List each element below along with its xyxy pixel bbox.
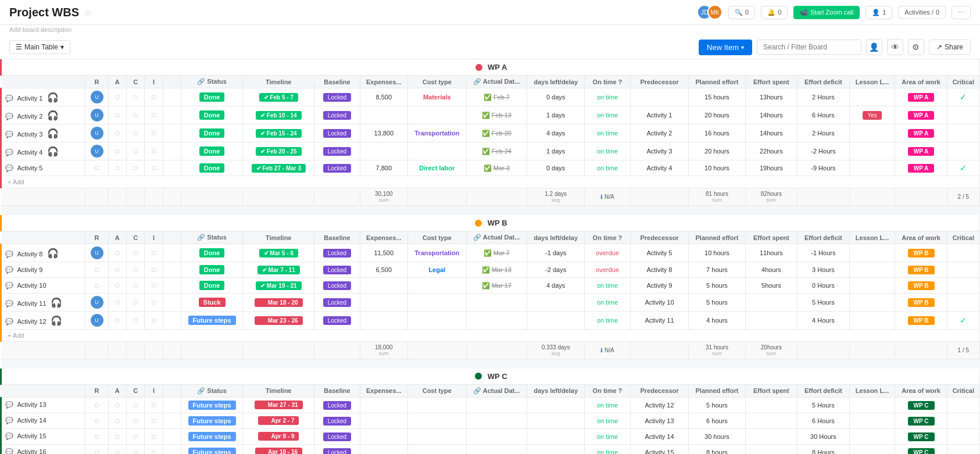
area-cell: WP A xyxy=(895,142,947,160)
star-icon[interactable]: ☆ xyxy=(84,7,92,18)
activities-btn[interactable]: Activities / 0 xyxy=(898,6,946,19)
spent-cell: 5hours xyxy=(745,278,797,294)
person-filter-btn[interactable]: 👤 xyxy=(866,39,882,55)
header-right: JD MK 🔍 0 🔔 0 📹 Start Zoom call 👤 1 Acti… xyxy=(697,5,971,20)
status-cell[interactable]: Future steps xyxy=(181,413,242,428)
timeline-cell[interactable]: ❗ Mar 27 - 31 xyxy=(243,397,314,413)
eye-btn[interactable]: 👁 xyxy=(887,39,903,55)
cost-type-cell xyxy=(407,294,466,312)
status-cell[interactable]: Stuck xyxy=(181,294,242,312)
expenses-cell: 7,800 xyxy=(360,160,407,176)
timeline-cell[interactable]: ✔ Feb 20 - 25 xyxy=(243,142,314,160)
filter-btn[interactable]: ⚙ xyxy=(908,39,924,55)
status-cell[interactable]: Done xyxy=(181,262,242,278)
actual-date-cell xyxy=(466,444,527,454)
avatar: U xyxy=(91,246,103,259)
timeline-cell[interactable]: ✔ Feb 15 - 24 xyxy=(243,124,314,142)
timeline-cell[interactable]: ❗ Mar 23 - 26 xyxy=(243,312,314,330)
c-cell: ○ xyxy=(126,444,144,454)
status-cell[interactable]: Done xyxy=(181,278,242,294)
c-cell: ○ xyxy=(126,294,144,312)
a-cell: ○ xyxy=(108,88,126,106)
headphone-icon: 🎧 xyxy=(47,128,59,138)
timeline-cell[interactable]: ✔ Mar 19 - 21 xyxy=(243,278,314,294)
cost-type-cell: Transportation xyxy=(407,124,466,142)
timeline-cell[interactable]: ✔ Feb 5 - 7 xyxy=(243,88,314,106)
table-row: 💬 Activity 8 🎧 U ○ ○ ○ Done ✔ Mar 5 - 6 … xyxy=(1,244,980,262)
status-cell[interactable]: Future steps xyxy=(181,444,242,454)
col-c: C xyxy=(126,76,144,88)
status-cell[interactable]: Done xyxy=(181,142,242,160)
chat-icon[interactable]: 💬 xyxy=(5,417,13,424)
planned-cell: 10 hours xyxy=(689,160,745,176)
add-row[interactable]: + Add xyxy=(1,176,980,188)
days-left-cell xyxy=(527,444,584,454)
timeline-cell[interactable]: ✔ Feb 27 - Mar 3 xyxy=(243,160,314,176)
timeline-cell[interactable]: ✔ Mar 7 - 11 xyxy=(243,262,314,278)
chat-icon[interactable]: 💬 xyxy=(5,448,13,454)
summary-expenses: 30,100 sum xyxy=(360,188,407,206)
col-predecessor: Predecessor xyxy=(630,231,689,244)
status-cell[interactable]: Future steps xyxy=(181,397,242,413)
status-cell[interactable]: Done xyxy=(181,244,242,262)
col-empty xyxy=(163,384,181,397)
search-input[interactable] xyxy=(757,40,861,55)
chat-icon[interactable]: 💬 xyxy=(5,95,13,102)
timeline-cell[interactable]: ❗ Apr 8 - 9 xyxy=(243,428,314,444)
timeline-cell[interactable]: ❗ Apr 2 - 7 xyxy=(243,413,314,428)
chat-icon[interactable]: 💬 xyxy=(5,113,13,120)
timeline-cell[interactable]: ❗ Apr 10 - 16 xyxy=(243,444,314,454)
search-btn[interactable]: 🔍 0 xyxy=(728,6,755,19)
chat-icon[interactable]: 💬 xyxy=(5,149,13,156)
status-cell[interactable]: Future steps xyxy=(181,312,242,330)
planned-cell: 5 hours xyxy=(689,294,745,312)
lesson-cell xyxy=(849,444,895,454)
status-cell[interactable]: Done xyxy=(181,88,242,106)
add-row[interactable]: + Add xyxy=(1,330,980,342)
timeline-cell[interactable]: ✔ Feb 10 - 14 xyxy=(243,106,314,124)
new-item-button[interactable]: New Item ▾ xyxy=(699,40,752,55)
chat-icon[interactable]: 💬 xyxy=(5,165,13,171)
add-label[interactable]: + Add xyxy=(1,330,980,342)
activity-name: 💬 Activity 1 🎧 xyxy=(1,88,85,106)
users-btn[interactable]: 👤 1 xyxy=(865,6,892,19)
group-header-wpc: WP C xyxy=(1,369,980,385)
i-cell: ○ xyxy=(145,428,163,444)
table-row: 💬 Activity 3 🎧 U ○ ○ ○ Done ✔ Feb 15 - 2… xyxy=(1,124,980,142)
r-cell: ○ xyxy=(85,397,108,413)
chat-icon[interactable]: 💬 xyxy=(5,300,13,307)
r-cell: U xyxy=(85,244,108,262)
baseline-cell: Locked xyxy=(314,262,360,278)
col-cost-type: Cost type xyxy=(407,384,466,397)
actual-date-cell: ✅ Feb 24 xyxy=(466,142,527,160)
timeline-cell[interactable]: ❗ Mar 18 - 20 xyxy=(243,294,314,312)
chat-icon[interactable]: 💬 xyxy=(5,251,13,258)
status-cell[interactable]: Done xyxy=(181,106,242,124)
chat-icon[interactable]: 💬 xyxy=(5,131,13,138)
table-row: 💬 Activity 5 ○ ○ ○ ○ Done ✔ Feb 27 - Mar… xyxy=(1,160,980,176)
chat-icon[interactable]: 💬 xyxy=(5,432,13,439)
share-button[interactable]: ↗ Share xyxy=(929,40,971,55)
table-row: 💬 Activity 2 🎧 U ○ ○ ○ Done ✔ Feb 10 - 1… xyxy=(1,106,980,124)
table-selector[interactable]: ☰ Main Table ▾ xyxy=(9,40,70,54)
chat-icon[interactable]: 💬 xyxy=(5,401,13,408)
status-cell[interactable]: Done xyxy=(181,160,242,176)
bell-btn[interactable]: 🔔 0 xyxy=(761,6,788,19)
area-cell: WP C xyxy=(895,444,947,454)
zoom-btn[interactable]: 📹 Start Zoom call xyxy=(793,6,860,19)
more-btn[interactable]: ⋯ xyxy=(952,6,971,19)
status-cell[interactable]: Done xyxy=(181,124,242,142)
baseline-cell: Locked xyxy=(314,294,360,312)
timeline-cell[interactable]: ✔ Mar 5 - 6 xyxy=(243,244,314,262)
chat-icon[interactable]: 💬 xyxy=(5,318,13,325)
table-row: 💬 Activity 10 ○ ○ ○ ○ Done ✔ Mar 19 - 21… xyxy=(1,278,980,294)
col-on-time: On time ? xyxy=(585,384,630,397)
add-label[interactable]: + Add xyxy=(1,176,980,188)
avatar-2: MK xyxy=(707,5,723,20)
r-cell: ○ xyxy=(85,428,108,444)
lesson-cell xyxy=(849,294,895,312)
col-header-row: R A C I 🔗 Status Timeline Baseline Expen… xyxy=(1,384,980,397)
chat-icon[interactable]: 💬 xyxy=(5,266,13,273)
status-cell[interactable]: Future steps xyxy=(181,428,242,444)
chat-icon[interactable]: 💬 xyxy=(5,282,13,289)
